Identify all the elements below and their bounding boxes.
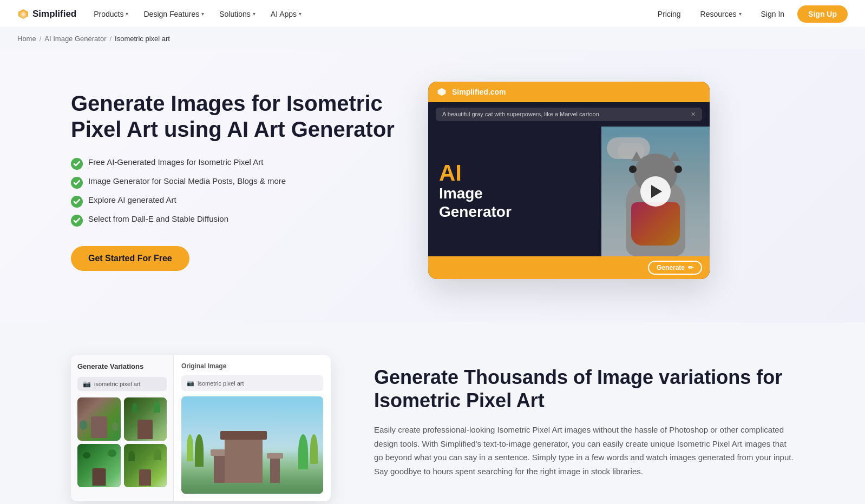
check-icon [71,177,83,189]
hero-left: Generate Images for Isometric Pixel Art … [71,90,396,271]
breadcrumb-current: Isometric pixel art [115,35,170,43]
svg-marker-7 [438,88,446,96]
chevron-down-icon: ▾ [201,11,204,17]
camera-icon: 📷 [187,380,194,387]
feature-item: Select from Dall-E and Stable Diffusion [71,214,396,227]
navigation: Simplified Products ▾ Design Features ▾ … [0,0,865,28]
video-text-area: AI Image Generator [428,127,601,256]
thumbnail-item[interactable] [77,397,121,441]
video-top-bar: Simplified.com [428,82,710,102]
image-panel: Generate Variations 📷 isometric pixel ar… [71,355,331,501]
generate-button[interactable]: Generate ✏ [648,261,702,275]
left-panel-input: 📷 isometric pixel art [77,377,167,391]
section-description: Easily create professional-looking Isome… [374,423,794,478]
thumbnail-item[interactable] [124,397,167,441]
breadcrumb: Home / AI Image Generator / Isometric pi… [0,28,865,49]
video-prompt-bar: A beautiful gray cat with superpowers, l… [436,108,702,121]
play-button[interactable] [640,176,671,207]
prompt-text: A beautiful gray cat with superpowers, l… [442,111,601,118]
check-icon [71,158,83,170]
left-panel: Generate Variations 📷 isometric pixel ar… [71,355,174,501]
hero-right: Simplified.com A beautiful gray cat with… [428,82,710,279]
left-panel-title: Generate Variations [77,362,167,370]
feature-item: Free AI-Generated Images for Isometric P… [71,157,396,170]
video-main: AI Image Generator [428,127,710,256]
check-icon [71,215,83,227]
right-panel-title: Original Image [181,362,323,370]
sign-up-button[interactable]: Sign Up [797,5,848,23]
breadcrumb-ai-image-generator[interactable]: AI Image Generator [44,35,106,43]
edit-icon: ✏ [688,264,693,271]
breadcrumb-separator: / [109,35,112,43]
generator-mockup: Generate Variations 📷 isometric pixel ar… [71,355,331,501]
nav-item-resources[interactable]: Resources ▾ [694,6,748,22]
chevron-down-icon: ▾ [299,11,302,17]
get-started-button[interactable]: Get Started For Free [71,246,189,271]
thumbnail-grid [77,397,167,487]
right-text: Generate Thousands of Image variations f… [374,355,794,478]
feature-list: Free AI-Generated Images for Isometric P… [71,157,396,227]
breadcrumb-separator: / [40,35,42,43]
nav-item-solutions[interactable]: Solutions ▾ [213,6,262,22]
nav-right: Pricing Resources ▾ Sign In Sign Up [651,5,848,23]
video-thumbnail [601,127,710,256]
right-panel-input: 📷 isometric pixel art [181,375,323,391]
play-overlay [601,127,710,256]
video-bottom-bar: Generate ✏ [428,256,710,279]
ai-label: AI [439,162,591,184]
second-section: Generate Variations 📷 isometric pixel ar… [54,322,811,504]
play-triangle-icon [651,185,662,198]
hero-section: Generate Images for Isometric Pixel Art … [54,49,811,322]
logo-icon [17,8,29,20]
feature-item: Explore AI generated Art [71,195,396,208]
nav-item-products[interactable]: Products ▾ [87,6,135,22]
nav-item-design-features[interactable]: Design Features ▾ [137,6,211,22]
camera-icon: 📷 [83,380,91,388]
simplified-logo-icon [437,87,447,97]
nav-item-pricing[interactable]: Pricing [651,6,687,22]
sign-in-button[interactable]: Sign In [755,6,791,22]
video-subtitle: Image Generator [439,184,591,221]
feature-item: Image Generator for Social Media Posts, … [71,176,396,189]
nav-item-ai-apps[interactable]: AI Apps ▾ [264,6,308,22]
video-logo-text: Simplified.com [452,88,506,96]
right-panel: Original Image 📷 isometric pixel art [174,355,331,501]
video-card: Simplified.com A beautiful gray cat with… [428,82,710,279]
hero-title: Generate Images for Isometric Pixel Art … [71,90,396,142]
nav-links: Products ▾ Design Features ▾ Solutions ▾… [87,6,651,22]
section-title: Generate Thousands of Image variations f… [374,366,794,412]
close-icon: ✕ [691,111,696,118]
logo-text: Simplified [32,9,76,19]
chevron-down-icon: ▾ [126,11,128,17]
check-icon [71,196,83,208]
thumbnail-item[interactable] [77,444,121,487]
thumbnail-item[interactable] [124,444,167,487]
chevron-down-icon: ▾ [739,11,742,17]
chevron-down-icon: ▾ [253,11,255,17]
breadcrumb-home[interactable]: Home [17,35,36,43]
logo[interactable]: Simplified [17,8,76,20]
main-image-area [181,396,323,494]
